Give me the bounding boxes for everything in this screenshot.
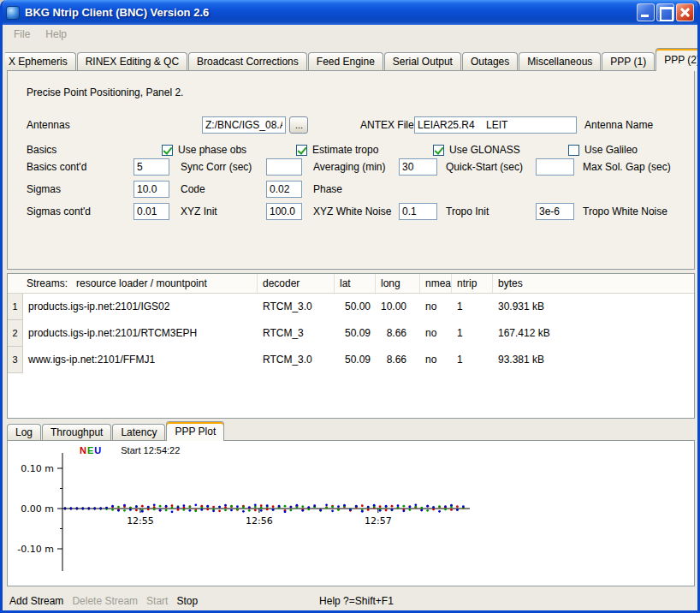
tropo-init-label: Tropo Init	[446, 203, 489, 220]
antennas-label: Antennas	[27, 116, 70, 134]
delete-stream-button[interactable]: Delete Stream	[72, 595, 138, 607]
sigma-code-label: Code	[181, 181, 205, 198]
stop-button[interactable]: Stop	[176, 595, 198, 607]
window-title: BKG Ntrip Client (BNC) Version 2.6	[25, 6, 635, 19]
streams-table: Streams: resource loader / mountpoint de…	[7, 273, 695, 419]
ppp2-panel: Precise Point Positioning, Panel 2. Ante…	[7, 70, 695, 270]
xyz-init-label: XYZ Init	[181, 203, 217, 220]
antex-file-label: ANTEX File	[360, 116, 414, 134]
svg-text:12:57: 12:57	[365, 515, 392, 527]
cell-ntrip: 1	[452, 320, 493, 347]
header-lat: lat	[335, 274, 376, 293]
cell-bytes: 30.931 kB	[493, 294, 694, 320]
menu-bar: File Help	[3, 25, 697, 44]
tab-outages[interactable]: Outages	[462, 52, 518, 70]
cell-decoder: RTCM_3.0	[258, 294, 335, 320]
basics-label: Basics	[27, 141, 56, 158]
sigmas-label: Sigmas	[27, 181, 61, 198]
cell-lat: 50.09	[335, 347, 376, 373]
cell-bytes: 167.412 kB	[493, 320, 694, 347]
tab-ppp-1[interactable]: PPP (1)	[602, 52, 655, 70]
estimate-tropo-checkbox[interactable]	[296, 145, 307, 156]
sigma-phase-label: Phase	[313, 181, 342, 198]
header-bytes: bytes	[493, 274, 694, 293]
tropo-white-noise-label: Tropo White Noise	[583, 203, 667, 220]
use-glonass-checkbox[interactable]	[433, 145, 444, 156]
svg-text:12:56: 12:56	[246, 515, 273, 527]
menu-file[interactable]: File	[6, 27, 38, 42]
svg-text:0.00 m: 0.00 m	[21, 503, 54, 515]
header-ntrip: ntrip	[452, 274, 493, 293]
antex-browse-button[interactable]: ...	[289, 116, 308, 134]
cell-mountpoint: www.igs-ip.net:2101/FFMJ1	[23, 347, 258, 373]
cell-ntrip: 1	[452, 294, 493, 320]
use-galileo-checkbox[interactable]	[568, 145, 579, 156]
tab-ppp-2[interactable]: PPP (2)	[656, 48, 700, 71]
minimize-button[interactable]	[637, 3, 655, 21]
tab-broadcast-corrections[interactable]: Broadcast Corrections	[188, 52, 307, 70]
quick-start-label: Quick-Start (sec)	[446, 158, 523, 176]
sigmas-contd-label: Sigmas cont'd	[27, 203, 91, 220]
quick-start-input[interactable]	[399, 158, 437, 176]
use-phase-obs-label: Use phase obs	[178, 144, 246, 156]
close-button[interactable]	[676, 3, 694, 21]
xyz-white-noise-label: XYZ White Noise	[313, 203, 391, 220]
tab-throughput[interactable]: Throughput	[42, 424, 111, 440]
sigma-phase-input[interactable]	[266, 181, 302, 198]
antennas-input[interactable]	[202, 116, 286, 134]
tab-serial-output[interactable]: Serial Output	[384, 52, 461, 70]
use-galileo-label: Use Galileo	[584, 144, 638, 156]
xyz-init-input[interactable]	[133, 203, 169, 220]
sync-corr-input[interactable]	[133, 158, 169, 176]
estimate-tropo-group: Estimate tropo	[296, 143, 378, 157]
max-sol-gap-label: Max Sol. Gap (sec)	[583, 158, 671, 176]
stream-row[interactable]: 2 products.igs-ip.net:2101/RTCM3EPH RTCM…	[8, 320, 694, 347]
use-glonass-label: Use GLONASS	[449, 144, 520, 156]
stream-row[interactable]: 3 www.igs-ip.net:2101/FFMJ1 RTCM_3.0 50.…	[8, 347, 694, 373]
header-mountpoint: Streams: resource loader / mountpoint	[8, 274, 258, 293]
averaging-input[interactable]	[266, 158, 302, 176]
ppp-plot-panel: N E U Start 12:54:22 0.10 m0.00 m-0.10 m…	[7, 440, 695, 586]
sigma-code-input[interactable]	[133, 181, 169, 198]
tab-feed-engine[interactable]: Feed Engine	[308, 52, 383, 70]
antex-file-input[interactable]	[414, 116, 577, 134]
ppp-plot-canvas: 0.10 m0.00 m-0.10 m12:5512:5612:57	[8, 441, 692, 586]
menu-help[interactable]: Help	[38, 27, 74, 42]
tropo-white-noise-input[interactable]	[536, 203, 574, 220]
row-number: 2	[8, 320, 23, 347]
status-bar: Add Stream Delete Stream Start Stop Help…	[7, 592, 693, 610]
xyz-white-noise-input[interactable]	[266, 203, 302, 220]
antenna-name-label: Antenna Name	[584, 116, 653, 134]
cell-decoder: RTCM_3	[258, 320, 335, 347]
tab-miscellaneous[interactable]: Miscellaneous	[519, 52, 601, 70]
start-button[interactable]: Start	[146, 595, 168, 607]
svg-text:12:55: 12:55	[127, 515, 154, 527]
basics-contd-label: Basics cont'd	[27, 158, 86, 176]
cell-mountpoint: products.igs-ip.net:2101/IGS02	[23, 294, 258, 320]
stream-row[interactable]: 1 products.igs-ip.net:2101/IGS02 RTCM_3.…	[8, 294, 694, 320]
tab-rinex-editing-qc[interactable]: RINEX Editing & QC	[77, 52, 187, 70]
tab-log[interactable]: Log	[7, 424, 41, 440]
use-phase-obs-checkbox[interactable]	[162, 145, 173, 156]
cell-nmea: no	[420, 320, 452, 347]
tab-latency[interactable]: Latency	[112, 424, 165, 440]
use-galileo-group: Use Galileo	[568, 143, 638, 157]
use-phase-obs-group: Use phase obs	[162, 143, 246, 157]
streams-table-header: Streams: resource loader / mountpoint de…	[8, 274, 694, 294]
maximize-button[interactable]	[656, 3, 674, 21]
tab-ppp-plot[interactable]: PPP Plot	[166, 421, 224, 441]
header-decoder: decoder	[258, 274, 335, 293]
max-sol-gap-input[interactable]	[536, 158, 574, 176]
use-glonass-group: Use GLONASS	[433, 143, 520, 157]
add-stream-button[interactable]: Add Stream	[9, 595, 63, 607]
tab-rinex-ephemeris[interactable]: X Ephemeris	[5, 52, 76, 70]
estimate-tropo-label: Estimate tropo	[312, 144, 378, 156]
panel-heading: Precise Point Positioning, Panel 2.	[27, 86, 183, 98]
row-number: 1	[8, 294, 23, 320]
cell-long: 10.00	[376, 294, 420, 320]
cell-ntrip: 1	[452, 347, 493, 373]
averaging-label: Averaging (min)	[313, 158, 385, 176]
cell-long: 8.66	[376, 347, 420, 373]
title-bar[interactable]: BKG Ntrip Client (BNC) Version 2.6	[0, 0, 700, 25]
tropo-init-input[interactable]	[399, 203, 437, 220]
